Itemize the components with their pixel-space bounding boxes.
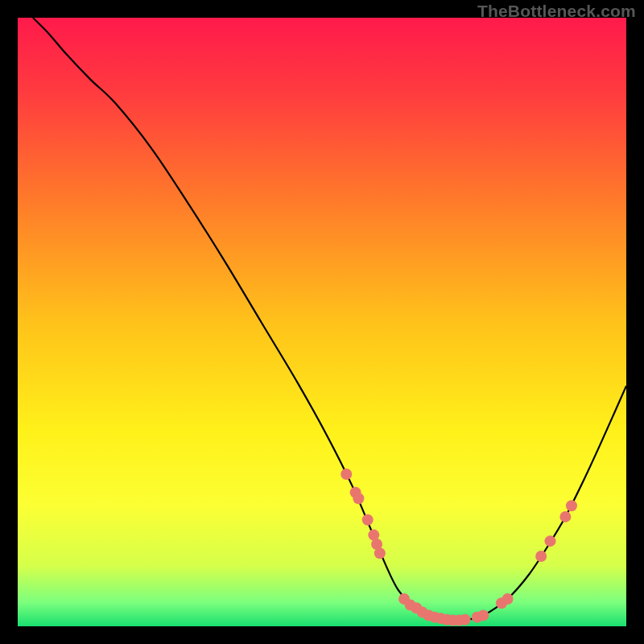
data-marker bbox=[460, 614, 471, 625]
data-marker bbox=[559, 511, 571, 522]
data-marker bbox=[535, 551, 547, 562]
data-marker bbox=[477, 609, 489, 621]
data-marker bbox=[374, 547, 386, 559]
chart-background bbox=[18, 18, 626, 626]
data-marker bbox=[566, 500, 577, 511]
data-marker bbox=[545, 535, 556, 547]
watermark-text: TheBottleneck.com bbox=[477, 2, 636, 21]
data-marker bbox=[362, 514, 374, 526]
data-marker bbox=[502, 593, 514, 605]
data-marker bbox=[341, 469, 352, 480]
chart-svg bbox=[18, 18, 626, 626]
plot-area bbox=[18, 18, 626, 626]
data-marker bbox=[353, 493, 364, 504]
chart-container: TheBottleneck.com bbox=[0, 0, 644, 644]
